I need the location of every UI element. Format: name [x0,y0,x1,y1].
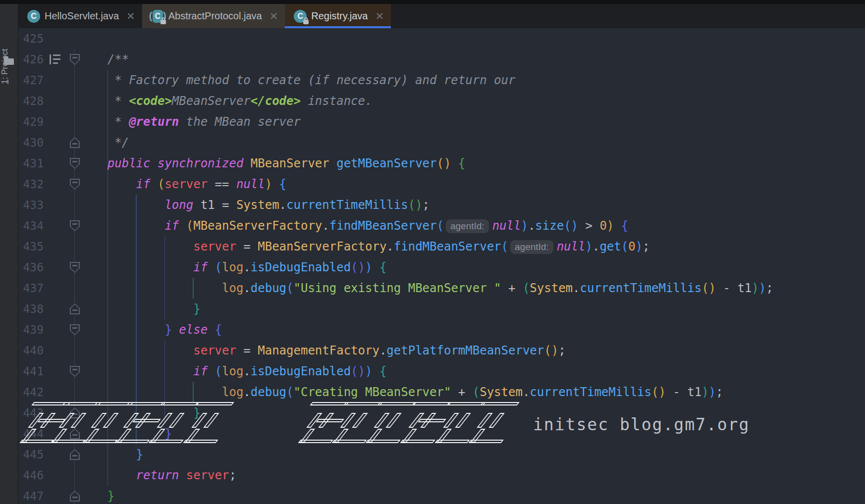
code-line[interactable]: 431 public synchronized MBeanServer getM… [18,153,865,174]
line-number: 431 [18,153,44,174]
indent-guide [193,278,194,299]
line-number: 442 [18,382,44,403]
code-line[interactable]: 441 if (log.isDebugEnabled()) { [18,361,865,382]
fold-end-icon[interactable] [70,491,80,502]
parameter-hint-chip: agentId: [510,240,553,254]
indent-guide [136,195,137,444]
tab-label: HelloServlet.java [45,10,119,22]
window-top-strip [0,0,865,4]
project-strip-label[interactable]: 1: Project [0,66,64,84]
indent-guide [193,382,194,403]
line-number: 440 [18,340,44,361]
fold-end-icon[interactable] [70,137,80,148]
fold-collapse-icon[interactable] [70,262,80,273]
line-number: 434 [18,215,44,236]
lock-icon [303,20,309,24]
code-line[interactable]: 445 } [18,444,865,465]
line-number: 439 [18,319,44,340]
ide-window: { "tool_strip": {"mnemonic": "1", "label… [0,0,865,504]
code-line[interactable]: 438 } [18,299,865,319]
line-number: 433 [18,195,44,215]
project-tool-strip[interactable]: 1: Project [0,0,18,504]
code-line[interactable]: 430 */ [18,132,865,153]
code-line[interactable]: 429 * @return the MBean server [18,111,865,132]
tab-label: Registry.java [311,10,368,22]
line-number: 436 [18,257,44,278]
line-number: 437 [18,278,44,299]
code-line[interactable]: 435 server = MBeanServerFactory.findMBea… [18,236,865,257]
decompiled-class-icon: ()C [151,10,164,23]
code-line[interactable]: 442 log.debug("Creating MBeanServer" + (… [18,382,865,403]
code-line[interactable]: 439 } else { [18,319,865,340]
tab-label: AbstractProtocol.java [168,10,262,22]
method-structure-icon[interactable] [50,54,61,64]
parameter-hint-chip: agentId: [446,219,489,233]
code-line[interactable]: 432 if (server == null) { [18,174,865,195]
code-line[interactable]: 433 long t1 = System.currentTimeMillis()… [18,195,865,215]
tab-abstractprotocol-java[interactable]: ()CAbstractProtocol.java✕ [142,4,285,28]
tab-registry-java[interactable]: CRegistry.java✕ [285,4,391,28]
folder-icon [4,58,14,65]
class-icon: C [294,10,307,23]
close-icon[interactable]: ✕ [375,11,384,21]
lock-icon [161,20,166,24]
code-line[interactable]: 446 return server; [18,465,865,486]
fold-end-icon[interactable] [70,303,80,314]
close-icon[interactable]: ✕ [126,11,135,21]
indent-guide [108,70,108,486]
fold-collapse-icon[interactable] [70,324,80,335]
tabs-container: CHelloServlet.java✕()CAbstractProtocol.j… [18,4,391,28]
line-number: 428 [18,91,44,111]
line-number: 444 [18,423,44,444]
fold-end-icon[interactable] [70,428,80,439]
class-icon: C [27,10,40,23]
fold-collapse-icon[interactable] [70,220,80,231]
fold-collapse-icon[interactable] [70,158,80,169]
line-number: 447 [18,486,44,504]
indent-guide [164,340,165,423]
code-line[interactable]: 425 [18,28,865,49]
line-number: 435 [18,236,44,257]
line-number: 441 [18,361,44,382]
code-line[interactable]: 434 if (MBeanServerFactory.findMBeanServ… [18,215,865,236]
watermark-url-text: initsec blog.gm7.org [533,415,750,434]
line-number: 438 [18,299,44,319]
code-line[interactable]: 428 * <code>MBeanServer</code> instance. [18,91,865,111]
fold-end-icon[interactable] [70,449,80,460]
line-number: 432 [18,174,44,195]
fold-collapse-icon[interactable] [70,179,80,190]
line-number: 430 [18,132,44,153]
line-number: 429 [18,111,44,132]
line-number: 445 [18,444,44,465]
code-line[interactable]: 436 if (log.isDebugEnabled()) { [18,257,865,278]
code-line[interactable]: 447 } [18,486,865,504]
fold-collapse-icon[interactable] [70,366,80,377]
fold-collapse-icon[interactable] [70,54,80,65]
fold-end-icon[interactable] [70,407,80,418]
code-line[interactable]: 440 server = ManagementFactory.getPlatfo… [18,340,865,361]
indent-guide [164,236,165,319]
line-number: 425 [18,28,44,49]
code-line[interactable]: 427 * Factory method to create (if neces… [18,70,865,91]
editor-tab-bar: CHelloServlet.java✕()CAbstractProtocol.j… [18,0,865,28]
line-number: 446 [18,465,44,486]
line-number: 443 [18,403,44,423]
code-line[interactable]: 437 log.debug("Using existing MBeanServe… [18,278,865,299]
code-line[interactable]: 426 /** [18,49,865,70]
tab-helloservlet-java[interactable]: CHelloServlet.java✕ [18,4,142,28]
close-icon[interactable]: ✕ [270,11,278,21]
